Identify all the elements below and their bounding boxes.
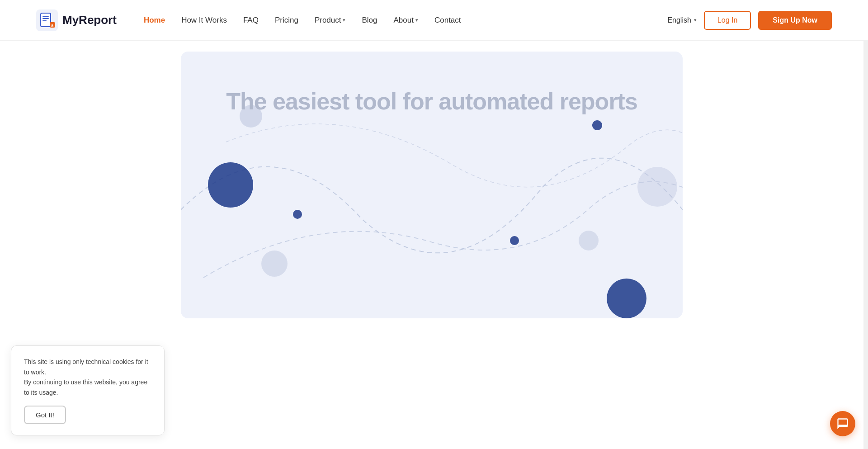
scrollbar[interactable] bbox=[863, 0, 868, 449]
nav-right: English ▾ Log In Sign Up Now bbox=[667, 11, 832, 30]
logo[interactable]: a MyReport bbox=[36, 9, 117, 31]
svg-rect-1 bbox=[41, 13, 51, 27]
nav-links: Home How It Works FAQ Pricing Product ▾ … bbox=[144, 16, 667, 25]
cookie-text: This site is using only technical cookie… bbox=[24, 357, 151, 397]
nav-how-it-works[interactable]: How It Works bbox=[181, 16, 227, 25]
chat-icon bbox=[836, 417, 849, 430]
circle-4 bbox=[261, 250, 288, 277]
svg-rect-2 bbox=[42, 16, 49, 17]
logo-icon: a bbox=[36, 9, 58, 31]
about-chevron-icon: ▾ bbox=[415, 17, 418, 23]
nav-home[interactable]: Home bbox=[144, 16, 165, 25]
hero-section: The easiest tool for automated reports bbox=[181, 52, 683, 318]
language-selector[interactable]: English ▾ bbox=[667, 16, 696, 24]
circle-6 bbox=[637, 167, 677, 207]
cookie-banner: This site is using only technical cookie… bbox=[11, 345, 165, 435]
nav-product[interactable]: Product ▾ bbox=[315, 16, 346, 25]
nav-about[interactable]: About ▾ bbox=[394, 16, 418, 25]
circle-8 bbox=[579, 231, 599, 250]
nav-contact[interactable]: Contact bbox=[434, 16, 461, 25]
circle-5 bbox=[592, 120, 602, 130]
language-chevron-icon: ▾ bbox=[694, 17, 697, 23]
logo-text: MyReport bbox=[62, 13, 117, 27]
signup-button[interactable]: Sign Up Now bbox=[758, 11, 832, 30]
nav-pricing[interactable]: Pricing bbox=[275, 16, 298, 25]
circle-3 bbox=[293, 210, 302, 219]
hero-wrapper: The easiest tool for automated reports bbox=[0, 41, 868, 324]
hero-title: The easiest tool for automated reports bbox=[181, 88, 683, 115]
svg-rect-4 bbox=[42, 20, 47, 21]
circle-9 bbox=[607, 279, 646, 318]
chat-bubble-button[interactable] bbox=[830, 411, 855, 436]
circle-2 bbox=[208, 162, 253, 208]
login-button[interactable]: Log In bbox=[704, 11, 751, 30]
got-it-button[interactable]: Got It! bbox=[24, 406, 66, 424]
circle-7 bbox=[510, 236, 519, 245]
nav-blog[interactable]: Blog bbox=[362, 16, 377, 25]
product-chevron-icon: ▾ bbox=[343, 17, 345, 23]
navbar: a MyReport Home How It Works FAQ Pricing… bbox=[0, 0, 868, 41]
svg-rect-3 bbox=[42, 18, 49, 19]
nav-faq[interactable]: FAQ bbox=[243, 16, 259, 25]
